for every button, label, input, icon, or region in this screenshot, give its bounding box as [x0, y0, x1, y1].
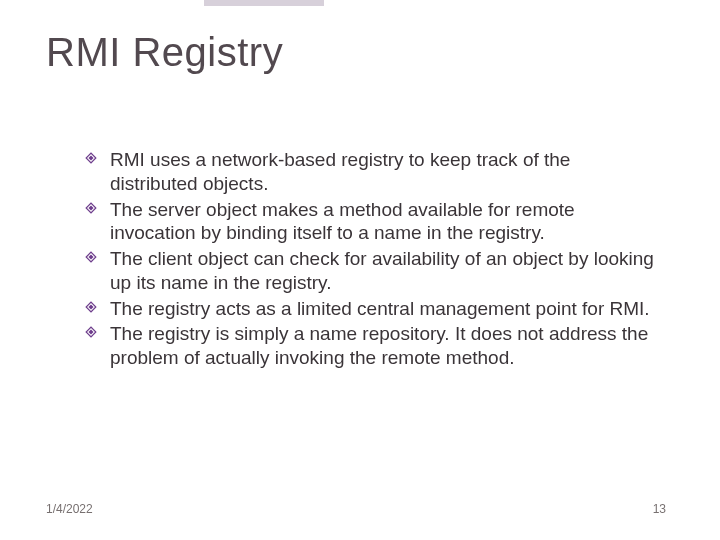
list-item: RMI uses a network-based registry to kee…: [84, 148, 654, 196]
list-item: The client object can check for availabi…: [84, 247, 654, 295]
diamond-bullet-icon: [84, 151, 98, 165]
bullet-text: The server object makes a method availab…: [110, 199, 575, 244]
slide: RMI Registry RMI uses a network-based re…: [0, 0, 720, 540]
diamond-bullet-icon: [84, 250, 98, 264]
slide-title: RMI Registry: [46, 30, 283, 75]
list-item: The registry is simply a name repository…: [84, 322, 654, 370]
diamond-bullet-icon: [84, 201, 98, 215]
bullet-text: The client object can check for availabi…: [110, 248, 654, 293]
bullet-text: RMI uses a network-based registry to kee…: [110, 149, 570, 194]
bullet-text: The registry acts as a limited central m…: [110, 298, 650, 319]
list-item: The registry acts as a limited central m…: [84, 297, 654, 321]
list-item: The server object makes a method availab…: [84, 198, 654, 246]
decorative-bar: [204, 0, 324, 6]
bullet-list: RMI uses a network-based registry to kee…: [84, 148, 654, 372]
diamond-bullet-icon: [84, 325, 98, 339]
bullet-text: The registry is simply a name repository…: [110, 323, 648, 368]
footer-page-number: 13: [653, 502, 666, 516]
diamond-bullet-icon: [84, 300, 98, 314]
footer-date: 1/4/2022: [46, 502, 93, 516]
